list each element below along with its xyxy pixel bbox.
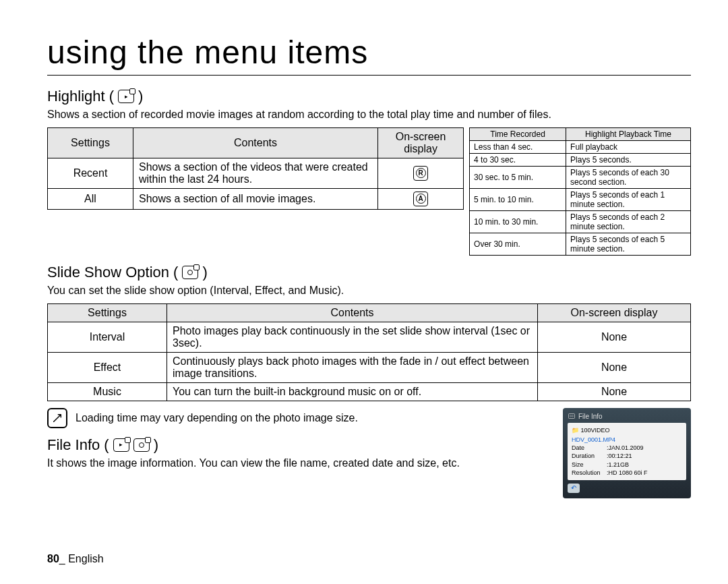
- slideshow-table: Settings Contents On-screen display Inte…: [47, 303, 691, 401]
- cell: Over 30 min.: [470, 233, 566, 255]
- slideshow-heading: Slide Show Option ( ): [47, 264, 691, 281]
- cell-contents: You can turn the built-in background mus…: [167, 382, 538, 401]
- cell: 30 sec. to 5 min.: [470, 166, 566, 188]
- slideshow-heading-close: ): [202, 264, 207, 281]
- fileinfo-heading-text: File Info (: [47, 436, 109, 454]
- fi-key: Duration: [572, 452, 607, 460]
- table-row: 4 to 30 sec.Plays 5 seconds.: [470, 153, 691, 166]
- cell-setting: Music: [48, 382, 167, 401]
- fi-val: 1.21GB: [609, 461, 630, 469]
- th-time-recorded: Time Recorded: [470, 127, 566, 140]
- table-row: Less than 4 sec.Full playback: [470, 140, 691, 153]
- slideshow-desc: You can set the slide show option (Inter…: [47, 284, 691, 298]
- table-row: 30 sec. to 5 min.Plays 5 seconds of each…: [470, 166, 691, 188]
- fileinfo-row: Size: 1.21GB: [572, 461, 682, 469]
- th-settings: Settings: [48, 303, 167, 322]
- note-icon: [47, 408, 67, 428]
- fi-key: Date: [572, 444, 607, 452]
- cell-osd: None: [538, 352, 691, 382]
- cell-contents: Photo images play back continuously in t…: [167, 322, 538, 352]
- highlight-desc: Shows a section of recorded movie images…: [47, 108, 691, 122]
- cell-osd: None: [538, 322, 691, 352]
- cell-setting: Effect: [48, 352, 167, 382]
- table-row: 10 min. to 30 min.Plays 5 seconds of eac…: [470, 210, 691, 233]
- cell: 10 min. to 30 min.: [470, 210, 566, 233]
- video-mode-icon: [113, 438, 129, 452]
- film-icon: [568, 412, 576, 420]
- table-row: Recent Shows a section of the videos tha…: [48, 158, 464, 188]
- page-number: 80: [47, 553, 59, 564]
- svg-point-1: [570, 415, 572, 417]
- cell: Full playback: [566, 140, 691, 153]
- fileinfo-card: 📁 100VIDEO HDV_0001.MP4 Date: JAN.01.200…: [568, 423, 686, 480]
- osd-a-icon: A: [413, 192, 428, 206]
- fi-key: Size: [572, 461, 607, 469]
- fileinfo-heading-close: ): [154, 436, 158, 454]
- cell-contents: Continuously plays back photo images wit…: [167, 352, 538, 382]
- page-footer: 80_ English: [47, 553, 104, 565]
- fileinfo-panel-title: File Info: [568, 412, 686, 420]
- highlight-heading-close: ): [138, 88, 143, 105]
- title-rule: [47, 75, 691, 76]
- svg-rect-0: [569, 414, 575, 419]
- cell: 5 min. to 10 min.: [470, 188, 566, 210]
- fi-val: HD 1080 60i F: [609, 469, 648, 477]
- cell: Plays 5 seconds.: [566, 153, 691, 166]
- footer-sep: _: [59, 553, 65, 564]
- table-row: All Shows a section of all movie images.…: [48, 188, 464, 209]
- cell-contents: Shows a section of the videos that were …: [133, 158, 378, 188]
- th-osd: On-screen display: [378, 127, 464, 158]
- cell: Less than 4 sec.: [470, 140, 566, 153]
- section-slideshow: Slide Show Option ( ) You can set the sl…: [47, 264, 691, 428]
- photo-mode-icon: [182, 266, 198, 279]
- cell: Plays 5 seconds of each 2 minute section…: [566, 210, 691, 233]
- highlight-heading-text: Highlight (: [47, 88, 114, 105]
- cell-osd: None: [538, 382, 691, 401]
- fileinfo-desc: It shows the image information. You can …: [47, 457, 559, 471]
- table-row: 5 min. to 10 min.Plays 5 seconds of each…: [470, 188, 691, 210]
- fileinfo-filename: HDV_0001.MP4: [572, 436, 682, 444]
- fileinfo-folder: 📁 100VIDEO: [572, 426, 682, 434]
- back-icon: ↶: [568, 484, 580, 493]
- highlight-settings-table: Settings Contents On-screen display Rece…: [47, 127, 464, 210]
- slideshow-heading-text: Slide Show Option (: [47, 264, 178, 281]
- fi-val: 00:12:21: [609, 452, 632, 460]
- cell: Plays 5 seconds of each 30 second sectio…: [566, 166, 691, 188]
- page-title: using the menu items: [47, 34, 691, 71]
- fileinfo-row: Resolution: HD 1080 60i F: [572, 469, 682, 477]
- table-row: Music You can turn the built-in backgrou…: [48, 382, 691, 401]
- table-row: Interval Photo images play back continuo…: [48, 322, 691, 352]
- cell: Plays 5 seconds of each 5 minute section…: [566, 233, 691, 255]
- fi-key: Resolution: [572, 469, 607, 477]
- photo-mode-icon: [133, 438, 150, 452]
- cell-osd: A: [378, 188, 464, 209]
- cell-osd: R: [378, 158, 464, 188]
- fileinfo-row: Duration: 00:12:21: [572, 452, 682, 460]
- fileinfo-row: Date: JAN.01.2009: [572, 444, 682, 452]
- th-contents: Contents: [133, 127, 378, 158]
- cell: Plays 5 seconds of each 1 minute section…: [566, 188, 691, 210]
- video-mode-icon: [118, 90, 134, 103]
- cell-contents: Shows a section of all movie images.: [133, 188, 378, 209]
- highlight-heading: Highlight ( ): [47, 88, 691, 105]
- th-osd: On-screen display: [538, 303, 691, 322]
- th-playback-time: Highlight Playback Time: [566, 127, 691, 140]
- cell: 4 to 30 sec.: [470, 153, 566, 166]
- table-row: Effect Continuously plays back photo ima…: [48, 352, 691, 382]
- highlight-time-table: Time Recorded Highlight Playback Time Le…: [469, 127, 691, 256]
- svg-point-2: [572, 415, 574, 417]
- th-settings: Settings: [48, 127, 133, 158]
- cell-setting: Recent: [48, 158, 133, 188]
- cell-setting: All: [48, 188, 133, 209]
- fileinfo-folder-name: 100VIDEO: [581, 427, 610, 434]
- fileinfo-panel: File Info 📁 100VIDEO HDV_0001.MP4 Date: …: [563, 408, 691, 498]
- cell-setting: Interval: [48, 322, 167, 352]
- fi-val: JAN.01.2009: [609, 444, 644, 452]
- fileinfo-panel-title-text: File Info: [578, 413, 603, 420]
- th-contents: Contents: [167, 303, 538, 322]
- section-highlight: Highlight ( ) Shows a section of recorde…: [47, 88, 691, 256]
- note-text: Loading time may vary depending on the p…: [75, 412, 358, 424]
- footer-lang: English: [68, 553, 103, 564]
- table-row: Over 30 min.Plays 5 seconds of each 5 mi…: [470, 233, 691, 255]
- osd-r-icon: R: [413, 166, 428, 181]
